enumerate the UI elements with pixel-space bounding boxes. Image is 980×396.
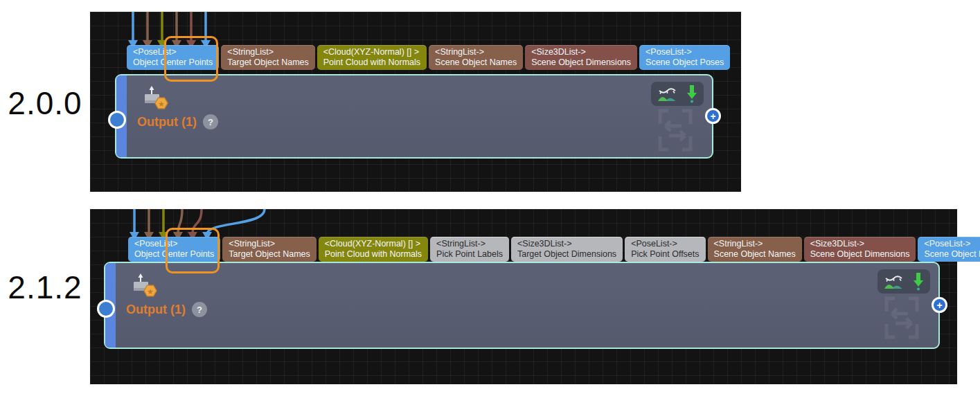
port-type-label: <Size3DList-> bbox=[517, 239, 616, 249]
port-name-label: Point Cloud with Normals bbox=[325, 249, 422, 260]
plus-icon: + bbox=[710, 111, 715, 121]
node-input-connector[interactable] bbox=[108, 111, 126, 129]
port-type-label: <PoseList-> bbox=[924, 239, 980, 249]
save-output-icon[interactable] bbox=[913, 272, 924, 291]
visibility-off-icon[interactable] bbox=[657, 84, 678, 103]
port-type-label: <StringList> bbox=[227, 47, 308, 57]
port-name-label: Point Cloud with Normals bbox=[323, 57, 420, 68]
help-badge[interactable]: ? bbox=[192, 302, 207, 317]
port-type-label: <PoseList-> bbox=[645, 47, 724, 57]
input-port[interactable]: <Cloud(XYZ-Normal) [] > Point Cloud with… bbox=[319, 237, 428, 262]
port-type-label: <StringList-> bbox=[436, 239, 503, 249]
version-label: 2.0.0 bbox=[4, 84, 86, 122]
input-port[interactable]: <Size3DList-> Scene Object Dimensions bbox=[525, 45, 637, 70]
port-type-label: <Cloud(XYZ-Normal) [] > bbox=[325, 239, 422, 249]
version-label: 2.1.2 bbox=[4, 269, 86, 306]
node-action-icons bbox=[651, 82, 704, 106]
input-port[interactable]: <PoseList> Object Center Points bbox=[128, 237, 220, 262]
node-graph-panel: <PoseList> Object Center Points <StringL… bbox=[90, 12, 741, 192]
input-ports-row: <PoseList> Object Center Points <StringL… bbox=[128, 237, 980, 262]
node-title: Output (1) bbox=[126, 303, 186, 317]
port-type-label: <StringList> bbox=[229, 239, 310, 249]
port-type-label: <Size3DList-> bbox=[810, 239, 910, 249]
input-port[interactable]: <PoseList-> Scene Object Poses bbox=[918, 237, 980, 262]
port-name-label: Target Object Names bbox=[227, 57, 308, 68]
port-type-label: <Cloud(XYZ-Normal) [] > bbox=[323, 47, 420, 57]
swap-watermark-icon bbox=[883, 296, 920, 339]
input-port[interactable]: <Size3DList-> Target Object Dimensions bbox=[511, 237, 623, 262]
input-port[interactable]: <StringList> Target Object Names bbox=[221, 45, 314, 70]
star-badge-icon: ★ bbox=[158, 100, 165, 108]
help-badge[interactable]: ? bbox=[203, 114, 218, 129]
node-input-connector[interactable] bbox=[97, 300, 115, 318]
output-step-icon: ★ bbox=[143, 85, 169, 110]
input-port[interactable]: <PoseList-> Scene Object Poses bbox=[639, 45, 730, 70]
swap-watermark-icon bbox=[657, 109, 694, 152]
visibility-off-icon[interactable] bbox=[884, 272, 905, 291]
port-type-label: <PoseList> bbox=[134, 239, 214, 249]
port-type-label: <Size3DList-> bbox=[531, 47, 631, 57]
version-comparison-figure: 2.0.0 <PoseList> Object Center Points <S… bbox=[0, 0, 980, 396]
port-name-label: Scene Object Names bbox=[714, 249, 796, 260]
port-name-label: Pick Point Labels bbox=[436, 249, 503, 260]
add-port-button[interactable]: + bbox=[705, 108, 721, 124]
port-name-label: Scene Object Dimensions bbox=[531, 57, 631, 68]
port-name-label: Pick Point Offsets bbox=[631, 249, 699, 260]
port-type-label: <StringList-> bbox=[714, 239, 796, 249]
save-output-icon[interactable] bbox=[686, 84, 697, 103]
port-name-label: Scene Object Dimensions bbox=[810, 249, 910, 260]
node-action-icons bbox=[877, 269, 930, 294]
plus-icon: + bbox=[936, 300, 942, 310]
input-port[interactable]: <Cloud(XYZ-Normal) [] > Point Cloud with… bbox=[317, 45, 427, 70]
input-port[interactable]: <StringList-> Scene Object Names bbox=[429, 45, 523, 70]
port-name-label: Scene Object Poses bbox=[924, 249, 980, 260]
output-node[interactable]: ★ Output (1) ? bbox=[104, 262, 940, 349]
node-title: Output (1) bbox=[137, 115, 197, 129]
port-type-label: <PoseList-> bbox=[631, 239, 699, 249]
port-name-label: Scene Object Names bbox=[435, 57, 517, 68]
add-port-button[interactable]: + bbox=[932, 297, 947, 313]
input-port[interactable]: <StringList> Target Object Names bbox=[222, 237, 316, 262]
port-type-label: <StringList-> bbox=[435, 47, 517, 57]
output-step-icon: ★ bbox=[132, 273, 158, 298]
node-graph-panel: <PoseList> Object Center Points <StringL… bbox=[90, 209, 957, 384]
output-node[interactable]: ★ Output (1) ? bbox=[115, 74, 713, 159]
port-type-label: <PoseList> bbox=[133, 47, 213, 57]
port-name-label: Object Center Points bbox=[134, 249, 214, 260]
port-name-label: Target Object Dimensions bbox=[517, 249, 616, 260]
input-port[interactable]: <PoseList> Object Center Points bbox=[127, 45, 219, 70]
input-port[interactable]: <StringList-> Scene Object Names bbox=[708, 237, 802, 262]
star-badge-icon: ★ bbox=[147, 287, 154, 296]
input-port[interactable]: <StringList-> Pick Point Labels bbox=[430, 237, 509, 262]
input-port[interactable]: <Size3DList-> Scene Object Dimensions bbox=[804, 237, 916, 262]
port-name-label: Target Object Names bbox=[229, 249, 310, 260]
port-name-label: Scene Object Poses bbox=[645, 57, 724, 68]
input-port[interactable]: <PoseList-> Pick Point Offsets bbox=[625, 237, 705, 262]
input-ports-row: <PoseList> Object Center Points <StringL… bbox=[127, 45, 730, 70]
port-name-label: Object Center Points bbox=[133, 57, 213, 68]
